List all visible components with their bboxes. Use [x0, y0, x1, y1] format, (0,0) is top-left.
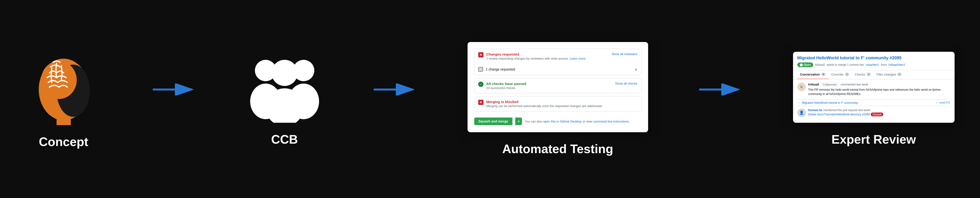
commit-sha: ✓ sha2f37: [936, 101, 950, 104]
mention-icon: 👤: [797, 108, 806, 117]
changes-requested-section: ✕ Changes requested 1 review requesting …: [474, 49, 641, 75]
main-comment: h hAkaa5 Collaborator commented last wee…: [797, 82, 950, 96]
tab-files-changed[interactable]: Files changed 2: [874, 70, 904, 79]
concept-label: Concept: [39, 135, 88, 149]
ccb-stage: CCB: [247, 52, 323, 146]
expert-review-label: Expert Review: [832, 132, 916, 146]
concept-stage: Concept: [25, 49, 102, 149]
comment-content: hAkaa5 Collaborator commented last week …: [808, 82, 950, 96]
change-count-icon: [478, 67, 483, 72]
change-count-chevron: ∨: [635, 67, 637, 72]
comment-role: Collaborator: [821, 82, 838, 86]
mention-pr-number[interactable]: #2088: [862, 113, 870, 116]
concept-icon: [25, 49, 102, 125]
closed-badge: Closed: [871, 112, 883, 116]
merge-row: Squash and merge ▾ You can also open thi…: [474, 114, 641, 125]
learn-more-link[interactable]: Learn more.: [570, 57, 586, 60]
changes-title: Changes requested: [486, 52, 609, 56]
open-icon: ⬤: [800, 63, 803, 67]
merging-blocked-row: ✕ Merging is blocked Merging can be perf…: [474, 97, 641, 111]
automated-testing-label: Automated Testing: [502, 142, 613, 156]
mention-header: thomas-bc mentioned this pull request la…: [808, 108, 883, 112]
tabs-row: Conversation 4 Commits 1 Checks 2 Files …: [793, 70, 955, 79]
comment-text: This PR removes the hello world tutorial…: [808, 88, 950, 96]
blocked-desc: Merging can be performed automatically o…: [486, 104, 603, 108]
review-meta: ⬤ Open hAkaa5 wants to merge 1 commit in…: [797, 62, 950, 67]
svg-point-14: [479, 68, 482, 71]
tab-commits[interactable]: Commits 1: [829, 70, 852, 79]
checks-title: All checks have passed: [486, 82, 612, 86]
branch-target-link[interactable]: nasa/dev1: [866, 63, 879, 67]
show-checks-link[interactable]: Show all checks: [615, 82, 637, 85]
review-body: h hAkaa5 Collaborator commented last wee…: [793, 79, 955, 123]
svg-rect-1: [57, 118, 71, 125]
commit-title[interactable]: Migrated HelloWorld tutorial to F' commu…: [802, 101, 858, 105]
changes-desc: 1 review requesting changes by reviewers…: [486, 57, 609, 60]
blocked-icon: ✕: [478, 100, 484, 105]
arrow-1: [153, 84, 196, 95]
merging-blocked-section: ✕ Merging is blocked Merging can be perf…: [474, 96, 641, 111]
open-github-desktop-link[interactable]: open this in GitHub Desktop: [543, 120, 582, 123]
squash-merge-button[interactable]: Squash and merge: [474, 117, 512, 125]
changes-icon: ✕: [478, 52, 484, 57]
open-badge: ⬤ Open: [797, 62, 813, 67]
review-header: Migrated HelloWorld tutorial to F' commu…: [793, 52, 955, 70]
change-count-row: 1 change requested ∨: [474, 63, 641, 75]
comment-header: hAkaa5 Collaborator commented last week: [808, 82, 950, 86]
mention-content: thomas-bc mentioned this pull request la…: [808, 108, 883, 116]
blocked-content: Merging is blocked Merging can be perfor…: [486, 100, 603, 108]
tab-conversation[interactable]: Conversation 4: [797, 70, 829, 79]
changes-requested-row: ✕ Changes requested 1 review requesting …: [474, 49, 641, 63]
commit-line: → Migrated HelloWorld tutorial to F' com…: [797, 100, 950, 106]
branch-from-link[interactable]: hAkaa5/dev1: [889, 63, 905, 67]
commenter-avatar: h: [797, 82, 806, 91]
show-reviewers-link[interactable]: Show all reviewers: [611, 52, 637, 56]
merge-dropdown-button[interactable]: ▾: [515, 117, 522, 125]
checks-icon: ✓: [478, 82, 484, 87]
tab-checks[interactable]: Checks 2: [852, 70, 873, 79]
merge-text: You can also open this in GitHub Desktop…: [525, 120, 630, 123]
arrow-2: [374, 84, 417, 95]
change-count-label: 1 change requested: [486, 67, 515, 71]
ccb-icon: [247, 52, 323, 123]
ccb-label: CCB: [271, 132, 298, 146]
comment-author: hAkaa5: [808, 82, 819, 86]
svg-point-10: [272, 60, 298, 86]
mention-time: mentioned this pull request last week: [823, 108, 870, 112]
checks-desc: 23 successful checks: [486, 86, 612, 90]
mention-pr-line: Delete docs/Tutorials/HelloWorld directo…: [808, 113, 883, 116]
all-checks-section: ✓ All checks have passed 23 successful c…: [474, 78, 641, 93]
review-card: Migrated HelloWorld tutorial to F' commu…: [793, 52, 955, 123]
meta-user: hAkaa5: [815, 63, 825, 67]
commit-arrow: →: [797, 101, 800, 105]
review-title: Migrated HelloWorld tutorial to F' commu…: [797, 55, 950, 60]
comment-time: commented last week: [840, 83, 868, 86]
arrow-3: [699, 84, 742, 95]
command-line-link[interactable]: command line instructions: [593, 120, 629, 123]
checks-content: All checks have passed 23 successful che…: [486, 82, 612, 90]
all-checks-row: ✓ All checks have passed 23 successful c…: [474, 78, 641, 93]
mention-block: 👤 thomas-bc mentioned this pull request …: [797, 106, 950, 119]
expert-review-stage: Migrated HelloWorld tutorial to F' commu…: [793, 52, 955, 146]
pr-card: ✕ Changes requested 1 review requesting …: [468, 42, 648, 132]
changes-content: Changes requested 1 review requesting ch…: [486, 52, 609, 60]
mention-pr-text[interactable]: Delete docs/Tutorials/HelloWorld directo…: [808, 113, 861, 116]
automated-testing-stage: ✕ Changes requested 1 review requesting …: [468, 42, 648, 156]
blocked-title: Merging is blocked: [486, 100, 603, 104]
mention-author[interactable]: thomas-bc: [808, 108, 823, 112]
